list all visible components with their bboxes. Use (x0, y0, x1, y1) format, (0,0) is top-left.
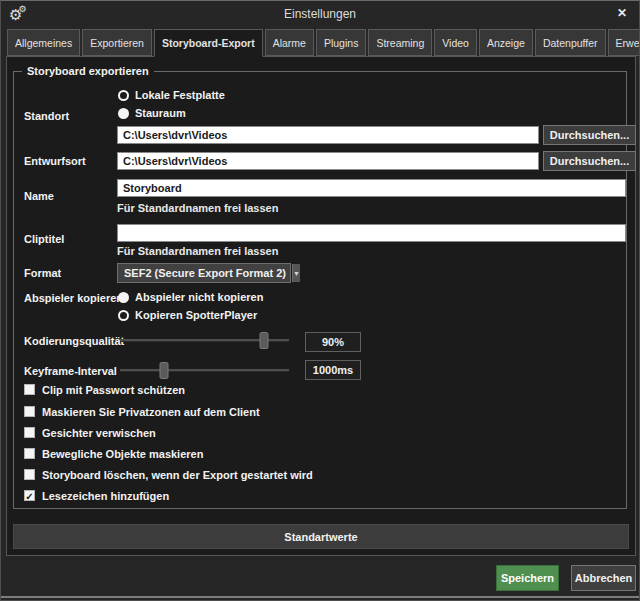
checkbox-privatzonen-maskieren[interactable] (24, 406, 35, 417)
entwurfsort-browse-button[interactable]: Durchsuchen... (543, 151, 636, 171)
cliptitel-input[interactable] (117, 224, 626, 242)
cancel-button[interactable]: Abbrechen (571, 565, 636, 591)
tab-erweitert[interactable]: Erweitert (608, 29, 640, 56)
defaults-button[interactable]: Standartwerte (13, 524, 629, 549)
radio-kopieren-spotterplayer[interactable] (118, 310, 129, 321)
tab-datenpuffer[interactable]: Datenpuffer (535, 29, 606, 56)
tab-allgemeines[interactable]: Allgemeines (7, 29, 80, 56)
checkbox-privatzonen-maskieren-label[interactable]: Maskieren Sie Privatzonen auf dem Client (42, 406, 260, 418)
radio-lokale-festplatte[interactable] (118, 90, 129, 101)
kodierungsqualitaet-value: 90% (305, 332, 361, 352)
entwurfsort-input[interactable] (117, 152, 539, 170)
titlebar: ⚙⚙ Einstellungen ✕ (1, 1, 639, 28)
tab-storyboard-export[interactable]: Storyboard-Export (154, 29, 263, 57)
checkbox-bewegliche-objekte[interactable] (24, 448, 35, 459)
slider-handle[interactable] (159, 362, 168, 379)
checkbox-lesezeichen-label[interactable]: Lesezeichen hinzufügen (42, 490, 169, 502)
checkbox-clip-passwort-label[interactable]: Clip mit Passwort schützen (42, 384, 185, 396)
radio-kopieren-spotterplayer-label[interactable]: Kopieren SpotterPlayer (135, 309, 257, 321)
keyframe-interval-label: Keyframe-Interval (24, 365, 117, 377)
checkbox-storyboard-loeschen-label[interactable]: Storyboard löschen, wenn der Export gest… (42, 469, 313, 481)
name-label: Name (24, 190, 54, 202)
format-select-value: SEF2 (Secure Export Format 2) (118, 267, 292, 279)
window-title: Einstellungen (1, 7, 639, 21)
kodierungsqualitaet-label: Kodierungsqualität (24, 335, 124, 347)
cliptitel-hint: Für Standardnamen frei lassen (117, 245, 278, 257)
radio-stauraum-label[interactable]: Stauraum (135, 107, 186, 119)
slider-handle[interactable] (259, 332, 268, 349)
radio-stauraum[interactable] (118, 108, 129, 119)
footer: Speichern Abbrechen (1, 557, 639, 596)
cliptitel-label: Cliptitel (24, 233, 64, 245)
checkbox-storyboard-loeschen[interactable] (24, 469, 35, 480)
checkbox-gesichter-verwischen[interactable] (24, 427, 35, 438)
save-button[interactable]: Speichern (496, 565, 559, 591)
name-hint: Für Standardnamen frei lassen (117, 202, 278, 214)
tab-plugins[interactable]: Plugins (316, 29, 366, 56)
chevron-down-icon: ▼ (292, 264, 300, 282)
keyframe-interval-value: 1000ms (305, 360, 361, 380)
group-title: Storyboard exportieren (22, 65, 154, 77)
storyboard-export-group: Storyboard exportieren Lokale Festplatte… (13, 71, 627, 509)
checkbox-clip-passwort[interactable] (24, 384, 35, 395)
tab-streaming[interactable]: Streaming (368, 29, 432, 56)
keyframe-interval-slider[interactable] (120, 362, 289, 379)
checkbox-gesichter-verwischen-label[interactable]: Gesichter verwischen (42, 427, 156, 439)
slider-track (120, 369, 289, 372)
radio-abspieler-nicht-kopieren[interactable] (118, 292, 129, 303)
tab-exportieren[interactable]: Exportieren (82, 29, 152, 56)
close-icon[interactable]: ✕ (617, 6, 627, 20)
window-bottom-edge (1, 596, 639, 598)
standort-browse-button[interactable]: Durchsuchen... (543, 125, 636, 145)
entwurfsort-label: Entwurfsort (24, 155, 86, 167)
kodierungsqualitaet-slider[interactable] (120, 332, 289, 349)
abspieler-label: Abspieler kopieren (24, 292, 123, 304)
tab-video[interactable]: Video (434, 29, 477, 56)
checkbox-bewegliche-objekte-label[interactable]: Bewegliche Objekte maskieren (42, 448, 203, 460)
tabbar: Allgemeines Exportieren Storyboard-Expor… (7, 29, 640, 57)
radio-abspieler-nicht-kopieren-label[interactable]: Abspieler nicht kopieren (135, 291, 263, 303)
format-select[interactable]: SEF2 (Secure Export Format 2) ▼ (117, 263, 291, 283)
settings-window: ⚙⚙ Einstellungen ✕ Allgemeines Exportier… (0, 0, 640, 601)
tab-anzeige[interactable]: Anzeige (479, 29, 533, 56)
format-label: Format (24, 267, 61, 279)
checkbox-lesezeichen[interactable] (24, 490, 35, 501)
standort-input[interactable] (117, 126, 539, 144)
tab-alarme[interactable]: Alarme (265, 29, 314, 56)
name-input[interactable] (117, 179, 626, 197)
radio-lokale-festplatte-label[interactable]: Lokale Festplatte (135, 89, 225, 101)
standort-label: Standort (24, 110, 69, 122)
